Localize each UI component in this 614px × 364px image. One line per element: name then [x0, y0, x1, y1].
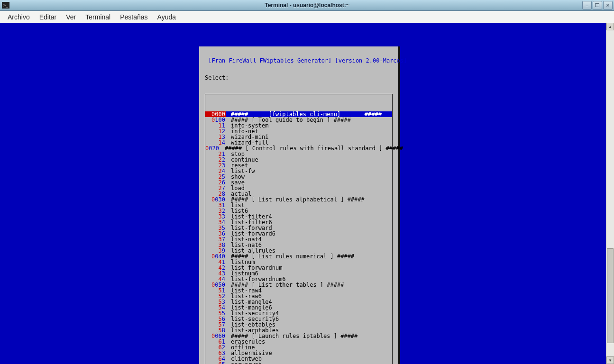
- row-label: ##### [ Control rules with firewall stan…: [220, 146, 403, 151]
- dialog-prompt: Select:: [199, 75, 398, 81]
- dialog-header: [Fran FireWall FWiptables Generator] [ve…: [199, 58, 398, 64]
- menu-listbox[interactable]: 0000##### [fwiptables cli-menu] #####010…: [205, 94, 393, 364]
- menu-row[interactable]: 65serverweb: [205, 362, 392, 364]
- row-number: 0020: [205, 146, 220, 151]
- window-buttons: – 🗖 ✕: [582, 1, 613, 9]
- menu-archivo[interactable]: Archivo: [3, 11, 35, 23]
- window-title: Terminal - usuario@localhost:~: [0, 2, 614, 9]
- menu-ayuda[interactable]: Ayuda: [153, 11, 181, 23]
- dialog: [Fran FireWall FWiptables Generator] [ve…: [199, 46, 400, 364]
- scrollbar[interactable]: ▲ ▼: [606, 23, 614, 364]
- scroll-thumb[interactable]: [607, 248, 614, 343]
- minimize-button[interactable]: –: [582, 1, 592, 9]
- menu-editar[interactable]: Editar: [35, 11, 62, 23]
- titlebar: Terminal - usuario@localhost:~ – 🗖 ✕: [0, 0, 614, 11]
- row-number: 65: [205, 362, 226, 364]
- close-button[interactable]: ✕: [603, 1, 613, 9]
- scroll-up-button[interactable]: ▲: [606, 23, 614, 30]
- row-label: ##### [ List rules alphabetical ] #####: [226, 197, 365, 202]
- menu-terminal[interactable]: Terminal: [81, 11, 115, 23]
- menu-ver[interactable]: Ver: [61, 11, 81, 23]
- menu-pestanas[interactable]: Pestañas: [115, 11, 152, 23]
- scroll-down-button[interactable]: ▼: [606, 356, 614, 364]
- menubar: Archivo Editar Ver Terminal Pestañas Ayu…: [0, 11, 614, 24]
- terminal-viewport[interactable]: [Fran FireWall FWiptables Generator] [ve…: [0, 23, 606, 364]
- row-label: serverweb: [226, 362, 262, 364]
- maximize-button[interactable]: 🗖: [593, 1, 602, 9]
